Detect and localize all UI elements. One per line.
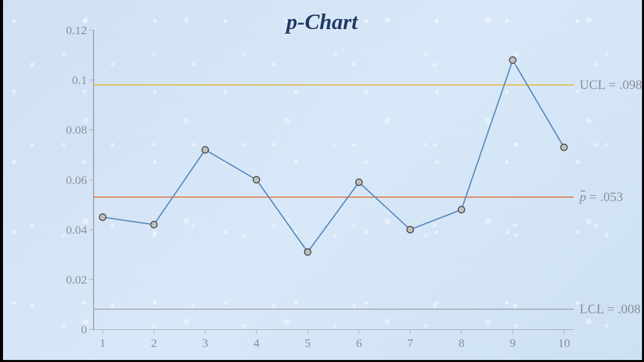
x-tick-label: 3 (202, 336, 208, 350)
y-tick-mark (89, 130, 93, 130)
x-tick-mark (564, 329, 564, 333)
x-tick-label: 4 (254, 336, 260, 350)
data-point (356, 179, 362, 186)
y-tick-label: 0.02 (66, 273, 87, 286)
frame-edge-left (0, 0, 3, 362)
ucl-label: UCL = .098 (580, 77, 642, 93)
data-series (93, 30, 574, 329)
data-point (510, 57, 516, 63)
data-point (458, 207, 465, 213)
x-tick-mark (359, 329, 359, 333)
y-tick-mark (89, 279, 93, 280)
frame-edge-bottom (0, 360, 644, 362)
x-tick-label: 8 (458, 336, 464, 350)
data-point (150, 221, 157, 228)
y-tick-mark (89, 329, 93, 330)
x-tick-label: 1 (100, 336, 106, 350)
x-tick-mark (410, 329, 411, 333)
y-tick-mark (89, 179, 93, 180)
lcl-label: LCL = .008 (580, 302, 640, 317)
series-line (103, 60, 564, 252)
x-tick-mark (256, 329, 257, 333)
x-tick-mark (513, 329, 513, 333)
plot-area: 00.020.040.060.080.10.1212345678910UCL =… (93, 30, 574, 329)
y-tick-label: 0.04 (66, 223, 87, 236)
y-tick-mark (89, 80, 93, 80)
y-tick-label: 0.06 (66, 173, 87, 187)
x-tick-label: 9 (510, 336, 516, 350)
data-point (202, 147, 208, 153)
y-tick-mark (89, 30, 93, 31)
data-point (253, 176, 260, 183)
data-point (560, 144, 567, 151)
x-tick-label: 5 (305, 336, 311, 350)
y-tick-label: 0.08 (66, 123, 87, 137)
y-tick-label: 0.1 (72, 73, 87, 87)
x-tick-mark (205, 329, 205, 333)
x-tick-label: 2 (151, 336, 157, 350)
x-tick-label: 6 (356, 336, 362, 350)
data-point (304, 249, 311, 255)
x-tick-mark (103, 329, 103, 333)
centerline-label: p = .053 (580, 190, 623, 205)
x-tick-label: 7 (407, 336, 413, 350)
data-point (100, 214, 106, 220)
y-tick-label: 0 (81, 323, 87, 336)
data-point (407, 226, 414, 233)
y-tick-mark (89, 229, 93, 230)
frame-edge-right (642, 0, 644, 362)
y-tick-label: 0.12 (66, 24, 87, 37)
x-tick-mark (307, 329, 308, 333)
x-tick-mark (461, 329, 462, 333)
x-tick-mark (153, 329, 154, 333)
x-tick-label: 10 (558, 336, 570, 350)
